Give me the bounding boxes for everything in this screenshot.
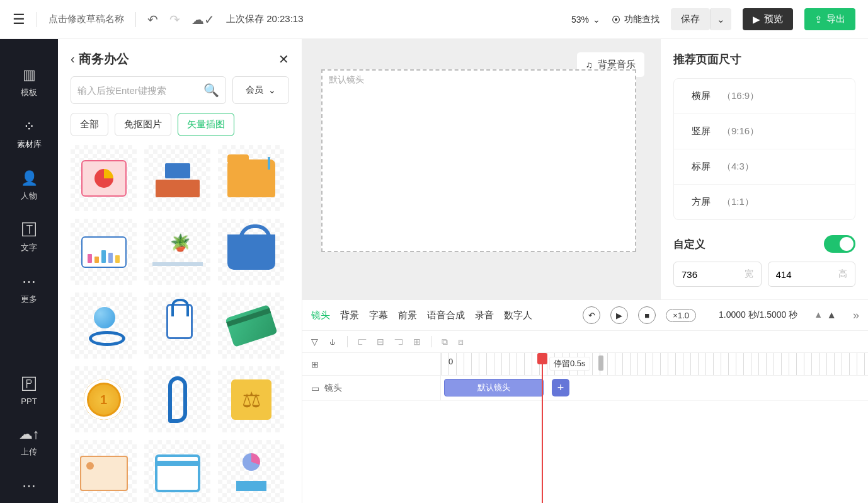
top-bar: ☰ 点击修改草稿名称 ↶ ↷ ☁✓ 上次保存 20:23:13 53%⌄ ⦿功能… [0,0,868,39]
speed-button[interactable]: ×1.0 [666,309,696,322]
sidebar-item-character[interactable]: 👤人物 [0,161,58,211]
width-input[interactable] [682,269,719,280]
zoom-in-icon[interactable]: ▲ [826,309,837,321]
align-left-icon[interactable]: ⫍ [358,337,367,347]
feature-search[interactable]: ⦿功能查找 [612,14,660,25]
timeline: 镜头 背景 字幕 前景 语音合成 录音 数字人 ↶ ▶ ■ ×1.0 1.000… [302,299,868,503]
asset-thumb[interactable] [144,219,210,285]
asset-thumb[interactable] [71,366,137,432]
tab-all[interactable]: 全部 [71,113,108,136]
asset-thumb[interactable] [144,145,210,211]
export-button[interactable]: ⇪导出 [804,8,855,30]
asset-thumb[interactable] [71,219,137,285]
save-dropdown[interactable]: ⌄ [710,8,731,30]
person-icon: 👤 [21,170,38,187]
tl-tab-bg[interactable]: 背景 [340,309,359,321]
rewind-button[interactable]: ↶ [583,306,600,324]
main-sidebar: ▥模板 ⁘素材库 👤人物 🅃文字 ⋯更多 🄿PPT ☁↑上传 ⋯ [0,39,58,503]
sidebar-item-text[interactable]: 🅃文字 [0,213,58,262]
add-clip-button[interactable]: + [552,379,569,396]
menu-icon[interactable]: ☰ [13,11,25,28]
tab-png[interactable]: 免抠图片 [115,113,171,136]
search-input-wrap[interactable]: 🔍 [71,76,226,104]
tl-tab-shot[interactable]: 镜头 [311,309,330,321]
ungroup-icon[interactable]: ⧈ [458,337,464,347]
asset-thumb[interactable] [144,366,210,432]
asset-thumb[interactable] [218,440,284,503]
sidebar-item-ellipsis[interactable]: ⋯ [0,469,58,503]
close-icon[interactable]: ✕ [278,52,289,67]
filter-icon[interactable]: ▽ [311,337,318,347]
track-content[interactable]: 默认镜头 + [441,376,868,400]
redo-icon[interactable]: ↷ [169,12,180,27]
height-input-wrap[interactable]: 高 [768,262,856,287]
tl-tab-record[interactable]: 录音 [475,309,494,321]
height-input[interactable] [776,269,814,280]
preview-button[interactable]: ▶预览 [743,8,793,30]
sidebar-item-assets[interactable]: ⁘素材库 [0,110,58,159]
asset-thumb[interactable] [218,219,284,285]
asset-thumb[interactable] [218,366,284,432]
ruler-head: ⊞ [302,353,441,375]
ruler-zero: 0 [448,357,453,366]
undo-icon[interactable]: ↶ [147,12,158,27]
group-icon[interactable]: ⧉ [442,337,448,347]
search-icon[interactable]: 🔍 [203,83,219,98]
align-center-icon[interactable]: ⊟ [377,337,384,347]
save-button[interactable]: 保存 [671,8,710,30]
zoom-select[interactable]: 53%⌄ [571,14,600,25]
sidebar-item-ppt[interactable]: 🄿PPT [0,367,58,415]
size-option-portrait[interactable]: 竖屏（9:16） [674,114,855,149]
zoom-out-icon[interactable]: ▲ [814,309,823,321]
size-option-square[interactable]: 方屏（1:1） [674,185,855,219]
play-icon: ▶ [753,14,760,25]
asset-thumb[interactable] [71,145,137,211]
ppt-icon: 🄿 [22,376,36,393]
asset-thumb[interactable] [71,440,137,503]
expand-icon[interactable]: » [853,309,859,322]
target-icon: ⦿ [612,14,620,25]
end-marker[interactable] [598,356,603,371]
size-option-landscape[interactable]: 横屏（16:9） [674,79,855,114]
cloud-sync-icon[interactable]: ☁✓ [191,12,215,27]
width-input-wrap[interactable]: 宽 [673,262,762,287]
sidebar-item-template[interactable]: ▥模板 [0,58,58,107]
play-button[interactable]: ▶ [610,306,628,324]
stage[interactable]: 默认镜头 [321,69,636,252]
tl-tab-fg[interactable]: 前景 [398,309,417,321]
stop-button[interactable]: ■ [638,306,656,324]
text-icon: 🅃 [22,222,36,238]
align-right-icon[interactable]: ⫎ [394,337,403,347]
custom-toggle[interactable] [824,235,855,253]
timeline-clip[interactable]: 默认镜头 [444,379,544,396]
size-option-standard[interactable]: 标屏（4:3） [674,149,855,185]
assets-icon: ⁘ [23,119,35,135]
properties-panel: 推荐页面尺寸 横屏（16:9） 竖屏（9:16） 标屏（4:3） 方屏（1:1）… [660,39,868,299]
asset-thumb[interactable] [71,292,137,359]
upload-icon: ☁↑ [19,426,40,442]
tab-vector[interactable]: 矢量插图 [178,113,234,136]
asset-thumb[interactable] [218,145,284,211]
time-ruler[interactable]: 0 停留0.5s [441,353,868,375]
track-label: ▭镜头 [302,376,441,400]
asset-thumb[interactable] [144,440,210,503]
time-display: 1.0000 秒/1.5000 秒 [719,309,797,321]
sidebar-item-upload[interactable]: ☁↑上传 [0,417,58,466]
template-icon: ▥ [23,67,36,83]
magnet-icon[interactable]: ⫝ [328,337,337,347]
tl-tab-avatar[interactable]: 数字人 [504,309,532,321]
back-icon[interactable]: ‹ [71,52,75,66]
tl-tab-subtitle[interactable]: 字幕 [369,309,388,321]
asset-grid [58,145,302,503]
sidebar-item-more[interactable]: ⋯更多 [0,265,58,314]
playhead[interactable] [542,353,543,503]
asset-thumb[interactable] [218,292,284,359]
asset-thumb[interactable] [144,292,210,359]
member-filter[interactable]: 会员⌄ [232,76,289,104]
grid-icon[interactable]: ⊞ [311,359,319,369]
stage-wrapper: ♫背景音乐 默认镜头 [302,39,660,299]
search-input[interactable] [77,85,203,96]
draft-name[interactable]: 点击修改草稿名称 [49,13,124,25]
tl-tab-tts[interactable]: 语音合成 [427,309,465,321]
distribute-icon[interactable]: ⊞ [413,337,421,347]
